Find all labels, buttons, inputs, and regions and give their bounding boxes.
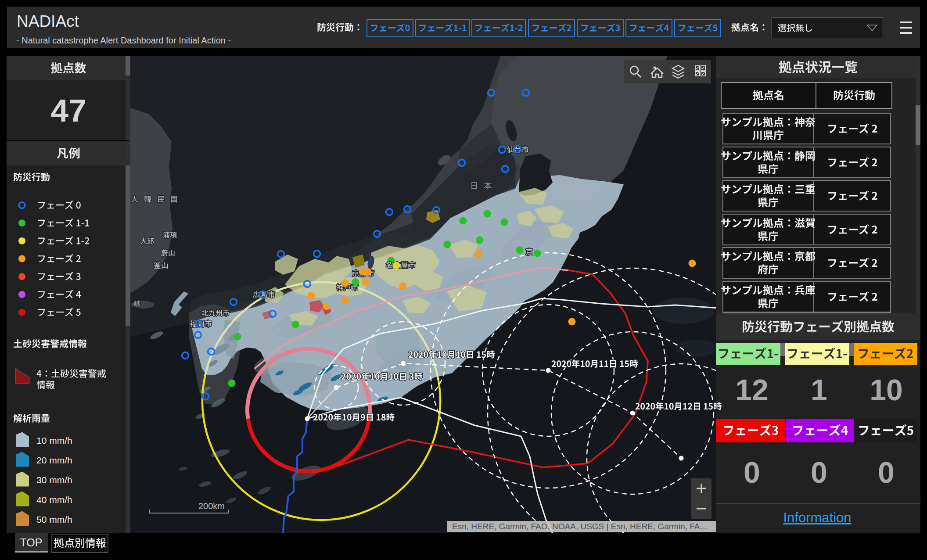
svg-text:Information: Information <box>783 510 851 525</box>
svg-text:1: 1 <box>811 373 827 406</box>
svg-text:30 mm/h: 30 mm/h <box>36 475 72 485</box>
svg-text:200km: 200km <box>198 501 225 511</box>
svg-text:47: 47 <box>50 93 86 128</box>
svg-text:NADIAct: NADIAct <box>17 12 79 30</box>
svg-text:40 mm/h: 40 mm/h <box>36 495 72 505</box>
svg-text:- Natural catastrophe Alert Da: - Natural catastrophe Alert Dashboard fo… <box>16 36 231 45</box>
svg-text:10: 10 <box>870 373 903 406</box>
svg-text:0: 0 <box>878 456 895 489</box>
svg-text:50 mm/h: 50 mm/h <box>36 514 72 524</box>
svg-text:Esri, HERE, Garmin, FAO, NOAA,: Esri, HERE, Garmin, FAO, NOAA, USGS | Es… <box>452 522 708 531</box>
svg-text:10 mm/h: 10 mm/h <box>36 435 72 445</box>
svg-text:0: 0 <box>744 456 760 489</box>
svg-text:12: 12 <box>735 373 769 406</box>
svg-text:20 mm/h: 20 mm/h <box>36 455 72 465</box>
svg-text:TOP: TOP <box>20 536 43 549</box>
svg-text:0: 0 <box>811 456 827 489</box>
